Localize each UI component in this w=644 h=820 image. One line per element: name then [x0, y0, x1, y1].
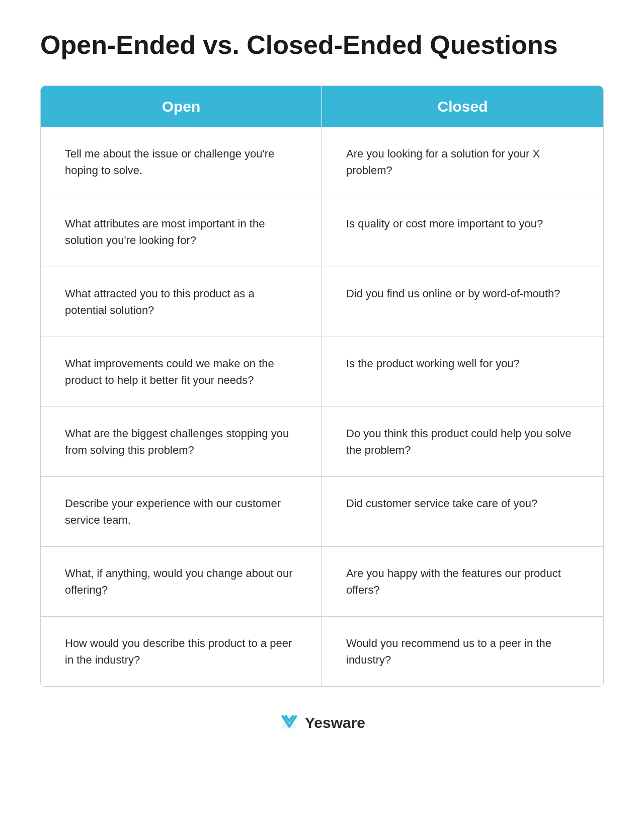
table-row: Would you recommend us to a peer in the …	[322, 617, 603, 687]
table-row: Describe your experience with our custom…	[41, 477, 322, 547]
table-row: Did you find us online or by word-of-mou…	[322, 267, 603, 337]
table-row: How would you describe this product to a…	[41, 617, 322, 687]
header-closed: Closed	[322, 86, 603, 127]
table-row: What attributes are most important in th…	[41, 197, 322, 267]
table-row: Is the product working well for you?	[322, 337, 603, 407]
table-row: What, if anything, would you change abou…	[41, 547, 322, 617]
logo-text: Yesware	[305, 714, 365, 731]
table-header: Open Closed	[41, 86, 603, 127]
table-row: Are you looking for a solution for your …	[322, 127, 603, 197]
comparison-table: Open Closed Tell me about the issue or c…	[40, 86, 604, 687]
footer: Yesware	[40, 712, 604, 733]
table-body: Tell me about the issue or challenge you…	[41, 127, 603, 687]
table-row: Did customer service take care of you?	[322, 477, 603, 547]
table-row: Is quality or cost more important to you…	[322, 197, 603, 267]
yesware-logo-icon	[279, 712, 300, 733]
page-wrapper: Open-Ended vs. Closed-Ended Questions Op…	[40, 30, 604, 733]
header-open: Open	[41, 86, 322, 127]
table-row: Do you think this product could help you…	[322, 407, 603, 477]
table-row: What are the biggest challenges stopping…	[41, 407, 322, 477]
table-row: What improvements could we make on the p…	[41, 337, 322, 407]
page-title: Open-Ended vs. Closed-Ended Questions	[40, 30, 604, 60]
table-row: What attracted you to this product as a …	[41, 267, 322, 337]
table-row: Are you happy with the features our prod…	[322, 547, 603, 617]
table-row: Tell me about the issue or challenge you…	[41, 127, 322, 197]
